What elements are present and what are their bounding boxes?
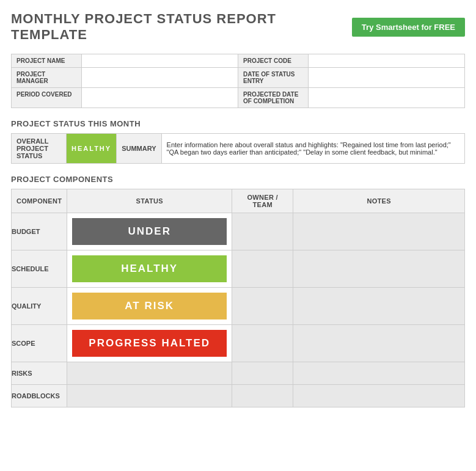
component-status-cell: PROGRESS HALTED (67, 325, 232, 362)
component-status-badge: UNDER (72, 218, 227, 245)
table-row: RISKS (12, 362, 465, 385)
col-notes: NOTES (293, 189, 465, 213)
component-status-badge: HEALTHY (72, 255, 227, 282)
project-info-table: PROJECT NAME PROJECT CODE PROJECTMANAGER… (11, 54, 465, 108)
component-notes[interactable] (293, 385, 465, 407)
period-covered-label: PERIOD COVERED (12, 88, 82, 108)
project-status-table: OVERALLPROJECTSTATUS HEALTHY SUMMARY Ent… (11, 133, 465, 164)
projected-date-value[interactable] (309, 88, 465, 108)
component-status-cell: UNDER (67, 213, 232, 250)
component-status-cell (67, 362, 232, 385)
col-owner: OWNER / TEAM (232, 189, 293, 213)
component-label: SCHEDULE (12, 250, 67, 288)
component-status-badge: AT RISK (72, 293, 227, 319)
project-code-value[interactable] (309, 54, 465, 68)
page-header: MONTHLY PROJECT STATUS REPORT TEMPLATE T… (11, 11, 465, 43)
component-status-badge: PROGRESS HALTED (72, 330, 227, 357)
components-section-title: PROJECT COMPONENTS (11, 175, 465, 184)
component-notes[interactable] (293, 288, 465, 325)
component-label: ROADBLOCKS (12, 385, 67, 407)
component-owner[interactable] (232, 213, 293, 250)
component-label: RISKS (12, 362, 67, 385)
summary-text[interactable]: Enter information here about overall sta… (161, 134, 464, 164)
project-name-value[interactable] (82, 54, 238, 68)
table-row: ROADBLOCKS (12, 385, 465, 407)
projected-date-label: PROJECTED DATEOF COMPLETION (238, 88, 308, 108)
component-label: QUALITY (12, 288, 67, 325)
component-owner[interactable] (232, 325, 293, 362)
component-notes[interactable] (293, 325, 465, 362)
component-label: BUDGET (12, 213, 67, 250)
component-status-cell: AT RISK (67, 288, 232, 325)
component-notes[interactable] (293, 362, 465, 385)
component-owner[interactable] (232, 385, 293, 407)
page-title: MONTHLY PROJECT STATUS REPORT TEMPLATE (11, 11, 352, 43)
col-component: COMPONENT (12, 189, 67, 213)
col-status: STATUS (67, 189, 232, 213)
component-owner[interactable] (232, 288, 293, 325)
overall-status-label: OVERALLPROJECTSTATUS (12, 134, 67, 164)
table-row: BUDGETUNDER (12, 213, 465, 250)
component-label: SCOPE (12, 325, 67, 362)
component-notes[interactable] (293, 250, 465, 288)
date-of-status-value[interactable] (309, 68, 465, 88)
table-row: QUALITYAT RISK (12, 288, 465, 325)
table-row: SCOPEPROGRESS HALTED (12, 325, 465, 362)
component-owner[interactable] (232, 362, 293, 385)
components-table: COMPONENT STATUS OWNER / TEAM NOTES BUDG… (11, 189, 465, 407)
overall-status-value: HEALTHY (67, 134, 117, 164)
component-status-cell: HEALTHY (67, 250, 232, 288)
smartsheet-cta-button[interactable]: Try Smartsheet for FREE (352, 18, 465, 37)
project-manager-label: PROJECTMANAGER (12, 68, 82, 88)
component-notes[interactable] (293, 213, 465, 250)
period-covered-value[interactable] (82, 88, 238, 108)
project-name-label: PROJECT NAME (12, 54, 82, 68)
component-owner[interactable] (232, 250, 293, 288)
component-status-cell (67, 385, 232, 407)
date-of-status-label: DATE OF STATUSENTRY (238, 68, 308, 88)
summary-label: SUMMARY (117, 134, 161, 164)
table-row: SCHEDULEHEALTHY (12, 250, 465, 288)
project-manager-value[interactable] (82, 68, 238, 88)
status-section-title: PROJECT STATUS THIS MONTH (11, 119, 465, 128)
project-code-label: PROJECT CODE (238, 54, 308, 68)
